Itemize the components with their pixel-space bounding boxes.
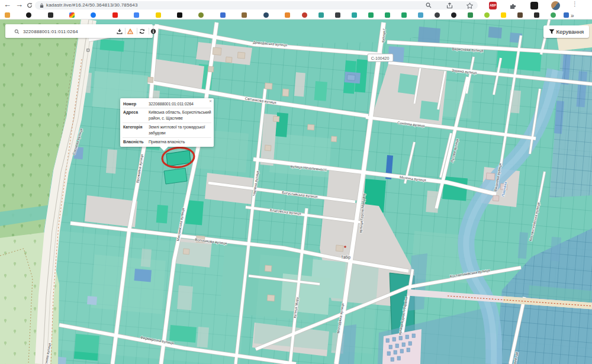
svg-text:Табір: Табір xyxy=(341,255,350,260)
svg-text:С-100420: С-100420 xyxy=(371,56,390,60)
